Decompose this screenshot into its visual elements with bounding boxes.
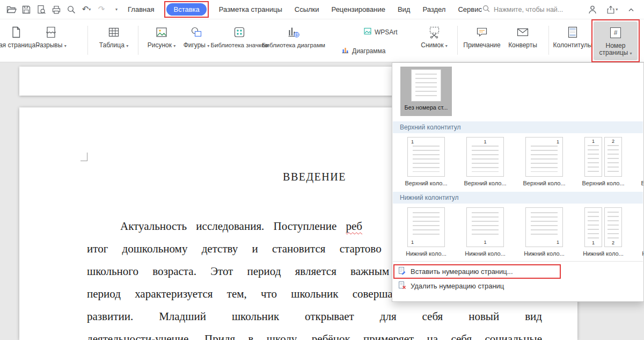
delete-page-numbering-item[interactable]: Удалить нумерацию страниц	[392, 279, 643, 293]
insert-page-numbering-item[interactable]: Вставить нумерацию страниц...	[392, 264, 643, 279]
redo-icon: ↷	[96, 4, 107, 16]
insert-ribbon: стая страница ▾ Разрывы ▾ Таблица ▾ Рису…	[0, 19, 644, 62]
page-number-digit: 2	[612, 240, 614, 245]
page-number-option-top-center[interactable]: 1 Верхний коло...	[459, 137, 511, 186]
page-number-digit: 1	[592, 139, 595, 144]
diagram-library-button[interactable]: Библиотека диаграмм	[265, 23, 322, 58]
tab-home[interactable]: Главная	[128, 5, 154, 13]
page-number-option-bottom-center[interactable]: 1 Нижний коло...	[459, 207, 511, 257]
tab-section[interactable]: Раздел	[422, 5, 445, 13]
window-actions: ▾	[587, 4, 644, 16]
tab-view[interactable]: Вид	[398, 5, 411, 13]
page-number-option-bottom-extra[interactable]: 1 Нижний коло...	[636, 207, 644, 257]
breaks-button[interactable]: Разрывы ▾	[33, 23, 69, 58]
margin-corner-mark	[80, 153, 87, 161]
chart-label: Диаграмма	[352, 47, 385, 55]
dropdown-arrow-icon: ▾	[64, 44, 67, 48]
tab-review[interactable]: Рецензирование	[332, 5, 385, 13]
page-number-digit: 1	[411, 240, 414, 245]
menu-divider	[393, 261, 643, 262]
wps-writer-window: ↶▾ ↷ ▾ Главная Вставка Разметка страницы…	[0, 0, 644, 340]
header-footer-icon	[566, 23, 580, 42]
print-preview-icon[interactable]	[35, 4, 47, 16]
table-icon	[107, 23, 121, 42]
tab-tools[interactable]: Сервис	[458, 5, 482, 13]
envelopes-button[interactable]: Конверты	[504, 23, 541, 58]
header-footer-button[interactable]: Колонтитулы	[552, 23, 594, 58]
share-arrow-icon[interactable]: ▾	[616, 8, 618, 12]
shapes-button[interactable]: Фигуры ▾	[180, 23, 213, 58]
table-button[interactable]: Таблица ▾	[96, 23, 132, 58]
option-label: Без номера ст...	[405, 104, 448, 111]
page-number-option-bottom-left[interactable]: 1 Нижний коло...	[400, 207, 452, 257]
tab-references[interactable]: Ссылки	[295, 5, 319, 13]
page-number-option-top-extra[interactable]: 1 Верхний коло...	[636, 137, 644, 186]
search-input[interactable]: Нажмите, чтобы най...	[482, 4, 563, 15]
no-number-row: Без номера ст...	[392, 63, 643, 116]
header-options-row: 1 Верхний коло... 1 Верхний коло... 1 Ве…	[392, 137, 643, 186]
header-section-title: Верхний колонтитул	[393, 121, 643, 133]
print-icon[interactable]	[50, 4, 62, 16]
page-number-button[interactable]: # Номер страницы ▾	[594, 21, 638, 60]
option-label: Верхний коло...	[464, 180, 506, 186]
undo-arrow-icon[interactable]: ▾	[89, 8, 91, 12]
customize-toolbar-icon[interactable]: ▾	[111, 4, 122, 16]
option-label: Нижний коло...	[642, 250, 644, 257]
delete-numbering-icon	[398, 281, 406, 291]
dropdown-arrow-icon: ▾	[173, 44, 175, 48]
envelope-icon	[516, 23, 530, 42]
icon-library-button[interactable]: Библиотека значков	[214, 23, 265, 58]
option-label: Верхний коло...	[641, 180, 644, 186]
wpsart-button[interactable]: WPSArt	[363, 27, 398, 37]
page-number-option-top-right[interactable]: 1 Верхний коло...	[518, 137, 570, 186]
page-number-digit: 1	[411, 139, 414, 144]
chart-button[interactable]: Диаграмма	[341, 46, 385, 56]
wpsart-icon	[363, 27, 372, 37]
paragraph-line: деятельности-учение. Придя в школу, ребё…	[87, 328, 542, 340]
open-file-icon[interactable]	[5, 4, 17, 16]
page-number-option-bottom-outside[interactable]: 1 2 Нижний коло...	[577, 207, 629, 257]
chart-icon	[341, 46, 349, 56]
page-thumbnail	[411, 69, 441, 102]
misspelled-word: реб	[346, 220, 363, 233]
page-number-digit: 1	[484, 139, 486, 144]
option-label: Верхний коло...	[582, 180, 624, 186]
comment-icon	[475, 23, 489, 42]
find-replace-icon[interactable]	[65, 4, 77, 16]
page-number-option-top-outside[interactable]: 1 2 Верхний коло...	[577, 137, 629, 186]
insert-numbering-label: Вставить нумерацию страниц...	[411, 267, 513, 276]
option-label: Верхний коло...	[523, 180, 565, 186]
shapes-icon	[189, 23, 203, 42]
dropdown-arrow-icon: ▾	[207, 44, 209, 48]
menu-tabs: Главная Вставка Разметка страницы Ссылки…	[128, 3, 482, 16]
page-number-option-bottom-right[interactable]: 1 Нижний коло...	[518, 207, 570, 257]
insert-numbering-icon	[398, 266, 406, 277]
footer-section-title: Нижний колонтитул	[393, 192, 643, 204]
paragraph-line: развитии. Младший школьник открывает для…	[87, 305, 542, 328]
page-number-digit: 1	[557, 139, 559, 144]
option-label: Нижний коло...	[583, 250, 624, 257]
page-number-icon: #	[610, 23, 621, 42]
picture-button[interactable]: Рисунок ▾	[145, 23, 178, 58]
undo-icon[interactable]: ↶▾	[80, 4, 92, 16]
option-label: Верхний коло...	[405, 180, 447, 186]
tab-page-layout[interactable]: Разметка страницы	[219, 5, 282, 13]
tab-insert[interactable]: Вставка	[166, 3, 206, 16]
share-icon[interactable]: ▾	[606, 4, 618, 16]
account-icon[interactable]	[587, 4, 598, 16]
save-icon[interactable]	[20, 4, 32, 16]
no-page-number-option[interactable]: Без номера ст...	[400, 67, 452, 116]
option-label: Нижний коло...	[465, 250, 506, 257]
comment-button[interactable]: Примечание	[462, 23, 502, 58]
page-number-digit: 1	[557, 240, 559, 245]
page-number-digit: 1	[592, 240, 595, 245]
collapse-ribbon-icon[interactable]	[625, 4, 637, 16]
screenshot-button[interactable]: Снимок ▾	[416, 23, 452, 58]
delete-numbering-label: Удалить нумерацию страниц	[411, 282, 504, 290]
page-number-option-top-left[interactable]: 1 Верхний коло...	[400, 137, 452, 186]
dropdown-arrow-icon: ▾	[630, 51, 632, 56]
option-label: Нижний коло...	[406, 250, 447, 257]
search-icon	[482, 4, 491, 15]
diagram-library-icon	[287, 23, 301, 42]
icon-library-icon	[232, 23, 246, 42]
